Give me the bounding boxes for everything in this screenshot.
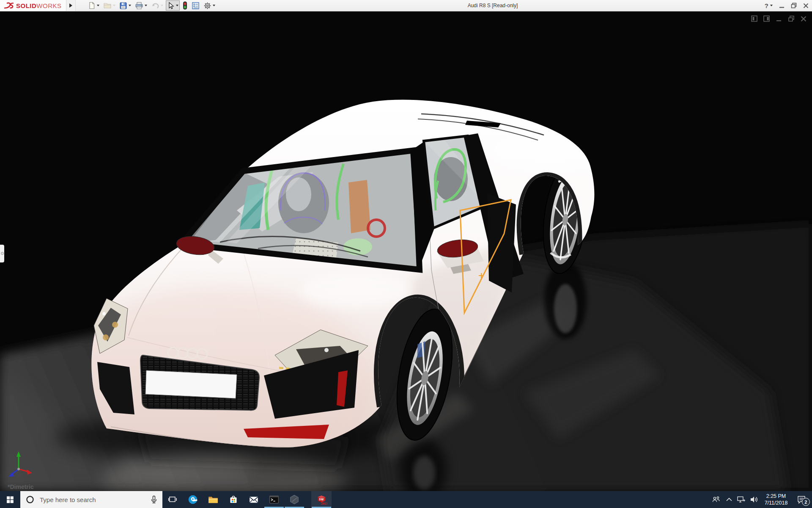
child-minimize-button[interactable]	[775, 14, 783, 23]
windows-logo-icon	[5, 494, 15, 505]
action-center-button[interactable]: 2	[792, 491, 811, 508]
svg-text:2017: 2017	[321, 502, 327, 505]
taskbar-store-button[interactable]	[223, 491, 244, 508]
3d-scene[interactable]	[0, 11, 812, 491]
help-caret-icon[interactable]	[770, 5, 773, 6]
save-button[interactable]	[118, 0, 132, 11]
show-hidden-icons-button[interactable]	[723, 491, 735, 508]
display-settings-button[interactable]	[190, 0, 201, 11]
new-document-icon	[88, 2, 96, 9]
expand-arrow-icon	[69, 3, 72, 8]
print-icon	[135, 2, 143, 10]
traffic-light-icon	[182, 1, 188, 10]
undo-button[interactable]	[150, 0, 165, 11]
restore-button[interactable]	[791, 3, 797, 8]
search-input[interactable]	[39, 496, 150, 504]
dropdown-caret-icon[interactable]	[145, 5, 147, 6]
feature-pane-collapsed-tab[interactable]	[0, 245, 4, 262]
brand-text: SOLIDWORKS	[16, 2, 62, 9]
clock-time: 2:25 PM	[762, 493, 790, 500]
people-icon	[711, 495, 721, 504]
store-icon	[228, 494, 239, 505]
taskbar-edge-button[interactable]	[183, 491, 203, 508]
child-close-button[interactable]	[799, 14, 808, 23]
view-orientation-label: *Dimetric	[8, 483, 33, 490]
graphics-viewport[interactable]: *Dimetric	[0, 11, 812, 491]
edge-icon	[187, 494, 198, 505]
command-prompt-icon	[269, 494, 280, 505]
license-plate	[145, 370, 237, 398]
document-window-controls	[750, 14, 808, 23]
options-button[interactable]	[202, 0, 217, 11]
cortana-icon	[25, 495, 35, 504]
solidworks-logo: SOLIDWORKS	[0, 0, 66, 11]
taskbar-mail-button[interactable]	[244, 491, 264, 508]
undo-icon	[151, 2, 159, 9]
select-button[interactable]	[166, 0, 180, 11]
title-bar: SOLIDWORKS	[0, 0, 812, 11]
file-explorer-icon	[208, 494, 219, 505]
main-toolbar	[87, 0, 218, 11]
select-cursor-icon	[167, 2, 175, 10]
chevron-up-icon	[726, 497, 732, 502]
solidworks-monogram-icon	[3, 1, 14, 10]
close-button[interactable]	[803, 3, 809, 8]
taskbar-solidworks-button[interactable]: SW 2017	[311, 491, 332, 508]
child-restore-button[interactable]	[787, 14, 796, 23]
taskbar-file-explorer-button[interactable]	[203, 491, 223, 508]
volume-button[interactable]	[748, 491, 760, 508]
gear-icon	[203, 2, 211, 10]
taskbar-search[interactable]	[20, 491, 162, 508]
network-button[interactable]	[735, 491, 748, 508]
solidworks-2017-icon: SW 2017	[315, 494, 327, 505]
show-pane-icon[interactable]	[750, 14, 759, 23]
taskbar-clock[interactable]: 2:25 PM 7/11/2018	[760, 493, 792, 507]
clock-date: 7/11/2018	[762, 500, 790, 506]
people-button[interactable]	[709, 491, 723, 508]
dropdown-caret-icon[interactable]	[113, 5, 115, 6]
side-blade-intake	[487, 193, 516, 293]
start-button[interactable]	[0, 491, 20, 508]
dropdown-caret-icon[interactable]	[97, 5, 99, 6]
window-controls: ?	[765, 0, 809, 11]
dropdown-caret-icon[interactable]	[161, 5, 163, 6]
notification-badge: 2	[802, 498, 810, 506]
rebuild-button[interactable]	[181, 0, 189, 11]
task-view-button[interactable]	[162, 491, 183, 508]
save-icon	[119, 2, 127, 10]
toolbar-expand-button[interactable]	[66, 0, 76, 11]
network-icon	[736, 495, 746, 504]
new-document-button[interactable]	[87, 0, 101, 11]
taskbar-hexagon-app-button[interactable]	[284, 491, 304, 508]
hexagon-app-icon	[289, 494, 300, 505]
speaker-icon	[749, 495, 759, 504]
dropdown-caret-icon[interactable]	[129, 5, 131, 6]
show-pane-right-icon[interactable]	[763, 14, 771, 23]
print-button[interactable]	[134, 0, 148, 11]
properties-list-icon	[192, 2, 200, 10]
windows-taskbar: SW 2017 2:25 PM 7	[0, 491, 812, 508]
mail-icon	[248, 494, 259, 505]
window-title: Audi R8 S [Read-only]	[436, 0, 550, 11]
dropdown-caret-icon[interactable]	[176, 5, 178, 6]
dropdown-caret-icon[interactable]	[213, 5, 215, 6]
minimize-button[interactable]	[779, 3, 785, 8]
microphone-icon[interactable]	[150, 495, 158, 504]
svg-text:SW: SW	[319, 498, 324, 501]
task-view-icon	[167, 494, 178, 505]
system-tray: 2:25 PM 7/11/2018 2	[709, 491, 812, 508]
taskbar-command-prompt-button[interactable]	[264, 491, 284, 508]
open-button[interactable]	[102, 0, 117, 11]
help-button[interactable]: ?	[765, 2, 773, 9]
open-folder-icon	[103, 2, 112, 9]
